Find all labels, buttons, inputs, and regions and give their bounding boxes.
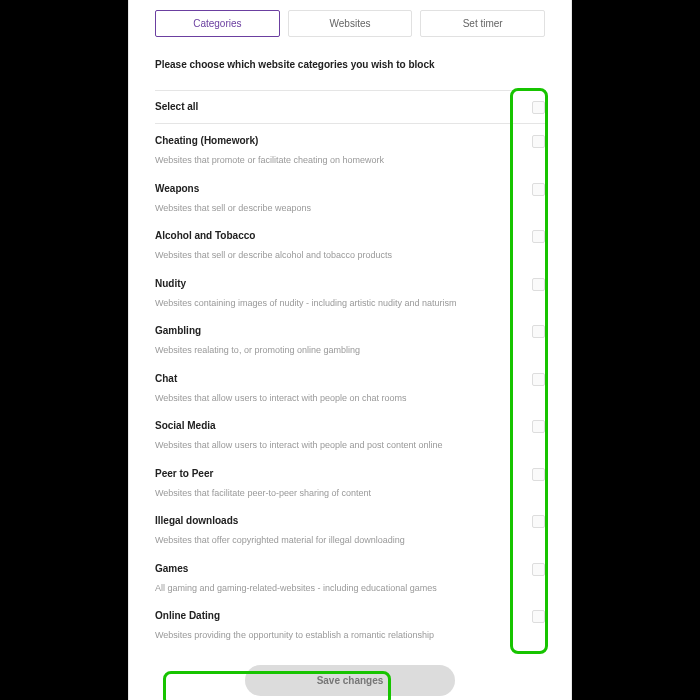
category-title: Social Media bbox=[155, 419, 522, 433]
category-checkbox[interactable] bbox=[532, 420, 545, 433]
category-title: Games bbox=[155, 562, 522, 576]
category-row: Cheating (Homework)Websites that promote… bbox=[155, 126, 545, 174]
category-checkbox[interactable] bbox=[532, 610, 545, 623]
category-description: All gaming and gaming-related-websites -… bbox=[155, 582, 522, 596]
tab-set-timer[interactable]: Set timer bbox=[420, 10, 545, 37]
category-title: Chat bbox=[155, 372, 522, 386]
category-description: Websites containing images of nudity - i… bbox=[155, 297, 522, 311]
instruction-text: Please choose which website categories y… bbox=[155, 59, 545, 70]
category-checkbox[interactable] bbox=[532, 135, 545, 148]
category-description: Websites providing the opportunity to es… bbox=[155, 629, 522, 643]
settings-panel: Categories Websites Set timer Please cho… bbox=[128, 0, 572, 700]
category-row: GamesAll gaming and gaming-related-websi… bbox=[155, 554, 545, 602]
category-description: Websites that promote or facilitate chea… bbox=[155, 154, 522, 168]
category-text: Illegal downloadsWebsites that offer cop… bbox=[155, 514, 532, 548]
tab-websites[interactable]: Websites bbox=[288, 10, 413, 37]
category-checkbox[interactable] bbox=[532, 373, 545, 386]
category-text: GamblingWebsites realating to, or promot… bbox=[155, 324, 532, 358]
category-text: Cheating (Homework)Websites that promote… bbox=[155, 134, 532, 168]
category-text: GamesAll gaming and gaming-related-websi… bbox=[155, 562, 532, 596]
category-row: GamblingWebsites realating to, or promot… bbox=[155, 316, 545, 364]
category-description: Websites that offer copyrighted material… bbox=[155, 534, 522, 548]
tab-bar: Categories Websites Set timer bbox=[129, 0, 571, 51]
category-checkbox[interactable] bbox=[532, 325, 545, 338]
category-row: Online DatingWebsites providing the oppo… bbox=[155, 601, 545, 649]
category-title: Peer to Peer bbox=[155, 467, 522, 481]
category-checkbox[interactable] bbox=[532, 183, 545, 196]
select-all-row: Select all bbox=[155, 90, 545, 124]
category-title: Alcohol and Tobacco bbox=[155, 229, 522, 243]
category-title: Nudity bbox=[155, 277, 522, 291]
category-checkbox[interactable] bbox=[532, 468, 545, 481]
category-title: Cheating (Homework) bbox=[155, 134, 522, 148]
category-row: NudityWebsites containing images of nudi… bbox=[155, 269, 545, 317]
category-checkbox[interactable] bbox=[532, 515, 545, 528]
category-text: ChatWebsites that allow users to interac… bbox=[155, 372, 532, 406]
category-checkbox[interactable] bbox=[532, 563, 545, 576]
category-checkbox[interactable] bbox=[532, 278, 545, 291]
save-changes-button[interactable]: Save changes bbox=[245, 665, 455, 696]
category-row: Peer to PeerWebsites that facilitate pee… bbox=[155, 459, 545, 507]
select-all-checkbox[interactable] bbox=[532, 101, 545, 114]
category-row: Social MediaWebsites that allow users to… bbox=[155, 411, 545, 459]
select-all-label: Select all bbox=[155, 100, 522, 114]
tab-categories[interactable]: Categories bbox=[155, 10, 280, 37]
content-area: Please choose which website categories y… bbox=[129, 51, 571, 657]
category-row: ChatWebsites that allow users to interac… bbox=[155, 364, 545, 412]
category-text: WeaponsWebsites that sell or describe we… bbox=[155, 182, 532, 216]
category-text: Alcohol and TobaccoWebsites that sell or… bbox=[155, 229, 532, 263]
category-description: Websites that allow users to interact wi… bbox=[155, 439, 522, 453]
category-description: Websites that facilitate peer-to-peer sh… bbox=[155, 487, 522, 501]
category-description: Websites that sell or describe weapons bbox=[155, 202, 522, 216]
category-row: WeaponsWebsites that sell or describe we… bbox=[155, 174, 545, 222]
save-area: Save changes bbox=[129, 657, 571, 701]
category-text: Social MediaWebsites that allow users to… bbox=[155, 419, 532, 453]
category-description: Websites realating to, or promoting onli… bbox=[155, 344, 522, 358]
category-row: Illegal downloadsWebsites that offer cop… bbox=[155, 506, 545, 554]
category-checkbox[interactable] bbox=[532, 230, 545, 243]
category-description: Websites that sell or describe alcohol a… bbox=[155, 249, 522, 263]
category-title: Weapons bbox=[155, 182, 522, 196]
category-list: Cheating (Homework)Websites that promote… bbox=[155, 126, 545, 649]
category-description: Websites that allow users to interact wi… bbox=[155, 392, 522, 406]
category-text: NudityWebsites containing images of nudi… bbox=[155, 277, 532, 311]
category-text: Online DatingWebsites providing the oppo… bbox=[155, 609, 532, 643]
category-title: Online Dating bbox=[155, 609, 522, 623]
category-title: Gambling bbox=[155, 324, 522, 338]
category-row: Alcohol and TobaccoWebsites that sell or… bbox=[155, 221, 545, 269]
category-text: Peer to PeerWebsites that facilitate pee… bbox=[155, 467, 532, 501]
category-title: Illegal downloads bbox=[155, 514, 522, 528]
